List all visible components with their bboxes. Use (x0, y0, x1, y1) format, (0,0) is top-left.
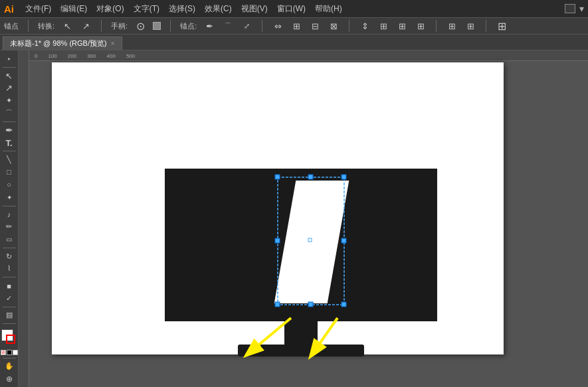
tool-sep-top (3, 67, 16, 68)
menu-effect[interactable]: 效果(C) (201, 2, 236, 16)
svg-rect-3 (342, 175, 346, 179)
horizontal-ruler: 0 100 200 300 400 500 (19, 50, 588, 61)
tool-sep4 (3, 248, 16, 248)
context-toolbar: 锚点 转换: ↖ ↗ 手柄: ⊙ 锚点: ✒ ⌒ ⤢ ⇔ ⊞ ⊟ ⊠ ⇕ ⊞ ⊞… (0, 17, 588, 35)
svg-rect-6 (275, 302, 280, 307)
graph-tool[interactable]: ▤ (2, 310, 17, 321)
none-color-button[interactable]: ⊘ (1, 350, 6, 355)
svg-line-11 (251, 318, 291, 351)
eraser-tool[interactable]: ▭ (2, 234, 17, 245)
tab-bar: 未标题-1* @ 98% (RGB/预览) × (0, 35, 588, 50)
sep6 (436, 20, 437, 32)
handle-square[interactable] (153, 22, 161, 30)
align-vert4[interactable]: ⊞ (415, 20, 427, 32)
line-tool[interactable]: ╲ (2, 154, 17, 165)
menu-file[interactable]: 文件(F) (21, 2, 55, 16)
warp-tool[interactable]: ⌇ (2, 263, 17, 274)
brush-tool[interactable]: ♪ (2, 208, 17, 220)
eyedropper-tool[interactable]: ✓ (2, 293, 17, 304)
menu-select[interactable]: 选择(S) (165, 2, 199, 16)
svg-rect-1 (275, 175, 280, 179)
align-vert2[interactable]: ⊞ (377, 20, 389, 32)
white-color-button[interactable] (13, 350, 18, 355)
monitor-illustration (165, 169, 437, 356)
panel-collapse-icon[interactable]: ▸ (2, 53, 17, 64)
canvas-area[interactable]: 0 100 200 300 400 500 (19, 50, 588, 387)
transform-label: 转换: (38, 21, 54, 31)
sep4 (262, 20, 262, 32)
svg-rect-4 (275, 238, 280, 243)
type-tool[interactable]: T. (2, 137, 17, 149)
pen-tool[interactable]: ✒ (2, 125, 17, 136)
tools-panel: ▸ ↖ ↗ ✦ ⌒ ✒ T. ╲ □ ○ ✦ ♪ ✏ ▭ ↻ ⌇ ■ ✓ ▤ (0, 50, 19, 387)
align-vert1[interactable]: ⇕ (359, 20, 371, 32)
ellipse-tool[interactable]: ○ (2, 179, 17, 191)
node-tool1[interactable]: ✒ (203, 20, 215, 32)
svg-rect-2 (308, 175, 313, 179)
select-tool[interactable]: ↖ (2, 70, 17, 82)
menu-window[interactable]: 窗口(W) (273, 2, 310, 16)
star-tool[interactable]: ✦ (2, 192, 17, 203)
transform-tool1[interactable]: ↖ (61, 20, 73, 32)
menu-object[interactable]: 对象(O) (92, 2, 128, 16)
transform-tool2[interactable]: ↗ (80, 20, 92, 32)
hand-tool[interactable]: ✋ (2, 360, 17, 372)
selected-shape-wrapper[interactable] (281, 181, 342, 305)
tool-sep6 (3, 307, 16, 307)
align-tool3[interactable]: ⊟ (309, 20, 321, 32)
tab-close-button[interactable]: × (111, 40, 115, 47)
menu-edit[interactable]: 编辑(E) (56, 2, 91, 16)
sep1 (28, 20, 29, 32)
tool-sep3 (3, 206, 16, 206)
grid-icon[interactable]: ⊞ (496, 20, 508, 32)
handle-label: 手柄: (111, 21, 128, 31)
zoom-tool[interactable]: ⊕ (2, 373, 17, 384)
node-tool2[interactable]: ⌒ (222, 20, 234, 32)
menu-help[interactable]: 帮助(H) (311, 2, 346, 16)
yellow-arrows (198, 315, 411, 368)
stroke-color-box[interactable] (6, 335, 15, 344)
align-tool2[interactable]: ⊞ (290, 20, 302, 32)
selection-box (278, 177, 345, 307)
menu-bar: 文件(F) 编辑(E) 对象(O) 文字(T) 选择(S) 效果(C) 视图(V… (21, 2, 346, 16)
sep2 (101, 20, 102, 32)
tool-sep7 (3, 323, 16, 324)
ai-logo: Ai (4, 3, 19, 15)
sep3 (170, 20, 171, 32)
magic-wand-tool[interactable]: ✦ (2, 95, 17, 106)
distribute1[interactable]: ⊞ (446, 20, 458, 32)
tool-sep8 (3, 358, 16, 358)
tab-name: 未标题-1* @ 98% (RGB/预览) (10, 39, 107, 48)
color-boxes (0, 329, 19, 346)
align-tool1[interactable]: ⇔ (272, 20, 284, 32)
black-color-button[interactable] (7, 350, 12, 355)
pencil-tool[interactable]: ✏ (2, 221, 17, 232)
workspace-icon[interactable] (565, 4, 575, 13)
svg-rect-8 (342, 302, 346, 307)
handle-tool1[interactable]: ⊙ (134, 20, 146, 32)
rect-tool[interactable]: □ (2, 167, 17, 178)
menu-type[interactable]: 文字(T) (130, 2, 163, 16)
svg-rect-0 (278, 177, 344, 305)
rotate-tool[interactable]: ↻ (2, 251, 17, 262)
svg-rect-9 (308, 238, 312, 242)
tool-sep2 (3, 151, 16, 151)
align-tool4[interactable]: ⊠ (328, 20, 340, 32)
svg-rect-7 (308, 302, 313, 307)
document-tab[interactable]: 未标题-1* @ 98% (RGB/预览) × (3, 37, 122, 50)
menu-view[interactable]: 视图(V) (237, 2, 272, 16)
distribute2[interactable]: ⊞ (464, 20, 476, 32)
title-bar: Ai 文件(F) 编辑(E) 对象(O) 文字(T) 选择(S) 效果(C) 视… (0, 0, 588, 17)
align-vert3[interactable]: ⊞ (396, 20, 408, 32)
workspace-menu-icon[interactable]: ▾ (579, 3, 584, 14)
artboard (52, 62, 504, 354)
tool-sep1 (3, 121, 16, 122)
direct-select-tool[interactable]: ↗ (2, 82, 17, 94)
color-none-row: ⊘ (0, 350, 19, 355)
node-label: 锚点: (180, 21, 197, 31)
gradient-tool[interactable]: ■ (2, 280, 17, 291)
lasso-tool[interactable]: ⌒ (2, 108, 17, 119)
node-tool3[interactable]: ⤢ (241, 20, 252, 32)
svg-line-12 (314, 318, 338, 351)
tool-sep5 (3, 277, 16, 277)
